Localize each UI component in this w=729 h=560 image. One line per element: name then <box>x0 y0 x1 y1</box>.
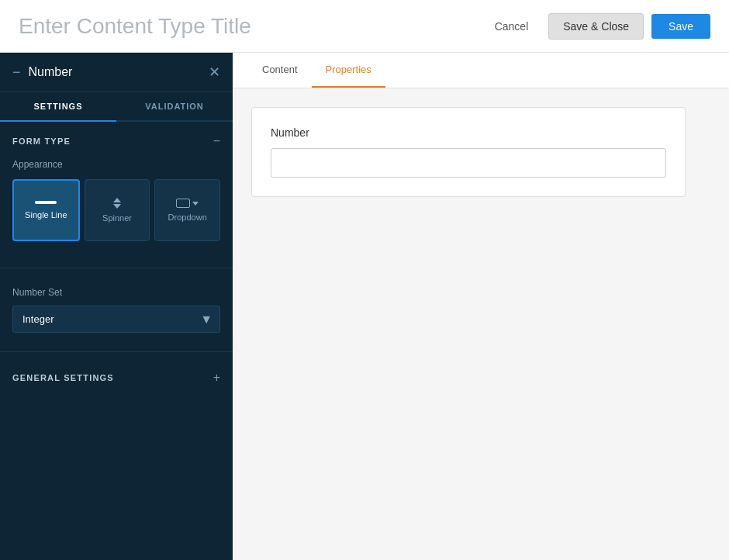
form-type-collapse-icon[interactable]: − <box>213 134 220 148</box>
appearance-card-single-line[interactable]: Single Line <box>12 179 80 241</box>
sidebar-tabs: SETTINGS VALIDATION <box>0 92 233 122</box>
cancel-button[interactable]: Cancel <box>482 14 541 39</box>
sidebar-panel-title: Number <box>29 65 73 79</box>
content-area: Content Properties Number <box>233 53 729 560</box>
spinner-up-icon <box>113 198 121 202</box>
appearance-card-spinner[interactable]: Spinner <box>85 179 150 241</box>
tab-settings[interactable]: SETTINGS <box>0 92 116 122</box>
tab-properties[interactable]: Properties <box>312 53 385 88</box>
single-line-icon <box>35 201 57 204</box>
form-type-section: FORM TYPE − Appearance Single Line Spinn… <box>0 122 233 261</box>
number-set-section: Number Set Integer Decimal Float ▼ <box>0 275 233 345</box>
preview-field-label: Number <box>271 126 666 139</box>
number-set-select-wrapper: Integer Decimal Float ▼ <box>12 306 220 333</box>
general-settings-section: GENERAL SETTINGS + <box>0 358 233 408</box>
appearance-card-dropdown[interactable]: Dropdown <box>154 179 220 241</box>
number-set-label: Number Set <box>12 287 220 298</box>
save-close-button[interactable]: Save & Close <box>548 13 644 40</box>
preview-card: Number <box>251 107 686 197</box>
preview-number-input[interactable] <box>271 148 666 178</box>
form-type-title: FORM TYPE <box>12 137 71 146</box>
header: Enter Content Type Title Cancel Save & C… <box>0 0 729 53</box>
dropdown-icon <box>176 199 199 208</box>
sidebar: − Number ✕ SETTINGS VALIDATION FORM TYPE… <box>0 53 233 560</box>
dropdown-box-icon <box>176 199 190 208</box>
save-button[interactable]: Save <box>651 14 710 39</box>
tab-validation[interactable]: VALIDATION <box>116 92 233 120</box>
spinner-down-icon <box>113 204 121 209</box>
spinner-icon <box>113 198 121 209</box>
content-body: Number <box>233 88 729 560</box>
spinner-label: Spinner <box>102 213 132 223</box>
sidebar-header-left: − Number <box>12 64 72 81</box>
general-settings-title: GENERAL SETTINGS <box>12 373 114 382</box>
main-layout: − Number ✕ SETTINGS VALIDATION FORM TYPE… <box>0 53 729 560</box>
appearance-label: Appearance <box>12 159 220 170</box>
number-set-select[interactable]: Integer Decimal Float <box>12 306 220 333</box>
collapse-icon[interactable]: − <box>12 64 21 81</box>
general-settings-header: GENERAL SETTINGS + <box>12 371 220 385</box>
appearance-cards: Single Line Spinner Dropdown <box>12 179 220 241</box>
content-tabs: Content Properties <box>233 53 729 88</box>
page-title: Enter Content Type Title <box>19 14 251 39</box>
dropdown-arrow-icon <box>192 202 199 206</box>
close-icon[interactable]: ✕ <box>209 64 220 81</box>
tab-content[interactable]: Content <box>248 53 312 88</box>
dropdown-label: Dropdown <box>168 213 207 222</box>
sidebar-divider <box>0 268 233 268</box>
sidebar-header: − Number ✕ <box>0 53 233 92</box>
sidebar-divider-2 <box>0 351 233 352</box>
single-line-label: Single Line <box>25 210 67 220</box>
header-actions: Cancel Save & Close Save <box>482 13 710 40</box>
form-type-section-header: FORM TYPE − <box>12 134 220 148</box>
general-settings-expand-icon[interactable]: + <box>213 371 220 385</box>
